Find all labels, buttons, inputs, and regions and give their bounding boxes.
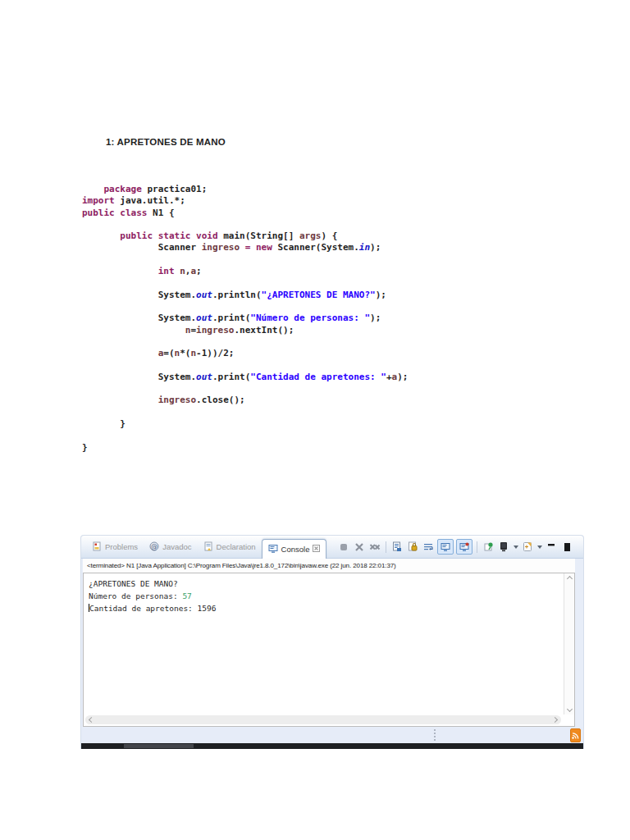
feed-icon[interactable] bbox=[570, 728, 581, 742]
code-line: } bbox=[82, 442, 408, 454]
declaration-icon bbox=[203, 541, 213, 553]
word-wrap-icon[interactable] bbox=[422, 541, 435, 554]
scroll-lock-icon[interactable] bbox=[406, 541, 419, 554]
tab-close-icon[interactable] bbox=[313, 545, 320, 554]
show-stdout-icon[interactable] bbox=[437, 539, 454, 555]
code-line: System.out.println("¿APRETONES DE MANO?"… bbox=[82, 290, 408, 301]
console-icon bbox=[268, 544, 278, 555]
show-stderr-icon[interactable] bbox=[456, 539, 472, 555]
code-line: a=(n*(n-1))/2; bbox=[82, 348, 408, 359]
code-line: public class N1 { bbox=[82, 208, 408, 219]
console-view: ¿APRETONES DE MANO?Número de personas: 5… bbox=[83, 573, 575, 727]
view-tab-bar: Problems @ Javadoc Declaration Console bbox=[81, 536, 583, 559]
problems-icon bbox=[92, 541, 102, 553]
console-output[interactable]: ¿APRETONES DE MANO?Número de personas: 5… bbox=[84, 573, 564, 714]
code-line: int n,a; bbox=[82, 266, 408, 277]
terminate-icon[interactable] bbox=[337, 541, 350, 554]
open-console-dropdown-icon[interactable] bbox=[537, 546, 542, 549]
code-line: System.out.print("Cantidad de apretones:… bbox=[82, 372, 408, 383]
tab-problems[interactable]: Problems bbox=[86, 536, 144, 558]
remove-all-terminated-icon[interactable] bbox=[368, 541, 381, 554]
code-line bbox=[82, 383, 408, 395]
code-line bbox=[82, 430, 408, 441]
tab-declaration[interactable]: Declaration bbox=[198, 536, 262, 558]
open-console-icon[interactable] bbox=[521, 541, 534, 554]
tab-problems-label: Problems bbox=[105, 542, 138, 551]
code-line bbox=[82, 359, 408, 371]
grip-dots-icon bbox=[434, 729, 436, 741]
code-line bbox=[82, 219, 408, 231]
code-line: Cantidad de apretones: 1596 bbox=[89, 602, 564, 614]
document-page: 1: APRETONES DE MANO package practica01;… bbox=[0, 0, 630, 840]
scroll-right-icon[interactable] bbox=[552, 717, 558, 723]
scroll-left-icon[interactable] bbox=[89, 717, 94, 723]
code-line: ¿APRETONES DE MANO? bbox=[89, 578, 564, 590]
window-status-bar bbox=[81, 727, 583, 743]
scroll-up-icon[interactable] bbox=[567, 576, 573, 582]
display-console-icon[interactable] bbox=[497, 541, 510, 554]
toolbar-separator bbox=[386, 541, 386, 553]
tab-javadoc-label: Javadoc bbox=[162, 542, 191, 551]
code-line: ingreso.close(); bbox=[82, 395, 408, 406]
minimize-icon[interactable] bbox=[545, 541, 558, 554]
toolbar-separator bbox=[477, 541, 477, 553]
scroll-down-icon[interactable] bbox=[567, 706, 573, 712]
code-line: } bbox=[82, 418, 408, 430]
code-line: System.out.print("Número de personas: ")… bbox=[82, 313, 408, 324]
page-title: 1: APRETONES DE MANO bbox=[106, 137, 226, 147]
launch-status-line: <terminated> N1 [Java Application] C:\Pr… bbox=[83, 559, 575, 573]
tab-console-label: Console bbox=[281, 545, 310, 554]
display-console-dropdown-icon[interactable] bbox=[514, 546, 518, 549]
remove-launch-icon[interactable] bbox=[353, 541, 366, 554]
svg-text:@: @ bbox=[151, 542, 158, 550]
tab-javadoc[interactable]: @ Javadoc bbox=[144, 536, 197, 558]
pin-console-icon[interactable] bbox=[482, 541, 495, 554]
vertical-scrollbar[interactable] bbox=[564, 573, 574, 714]
maximize-icon[interactable] bbox=[560, 541, 573, 554]
console-toolbar bbox=[337, 539, 583, 555]
code-line bbox=[82, 301, 408, 313]
code-line bbox=[82, 254, 408, 266]
clear-console-icon[interactable] bbox=[390, 541, 404, 554]
window-bottom-edge bbox=[81, 743, 583, 749]
tab-console[interactable]: Console bbox=[262, 539, 327, 559]
code-line bbox=[82, 407, 408, 418]
code-line: package practica01; bbox=[82, 184, 408, 195]
code-line: Número de personas: 57 bbox=[89, 590, 564, 602]
java-code-listing: package practica01;import java.util.*;pu… bbox=[82, 184, 408, 454]
eclipse-console-screenshot: Problems @ Javadoc Declaration Console bbox=[80, 535, 584, 749]
tab-declaration-label: Declaration bbox=[217, 542, 256, 551]
code-line: import java.util.*; bbox=[82, 195, 408, 207]
code-line: Scanner ingreso = new Scanner(System.in)… bbox=[82, 242, 408, 253]
javadoc-icon: @ bbox=[149, 541, 159, 553]
code-line bbox=[82, 336, 408, 348]
code-line: n=ingreso.nextInt(); bbox=[82, 325, 408, 336]
horizontal-scrollbar[interactable] bbox=[85, 715, 561, 724]
code-line: public static void main(String[] args) { bbox=[82, 231, 408, 242]
code-line bbox=[82, 277, 408, 289]
taskbar-segment bbox=[124, 744, 194, 748]
